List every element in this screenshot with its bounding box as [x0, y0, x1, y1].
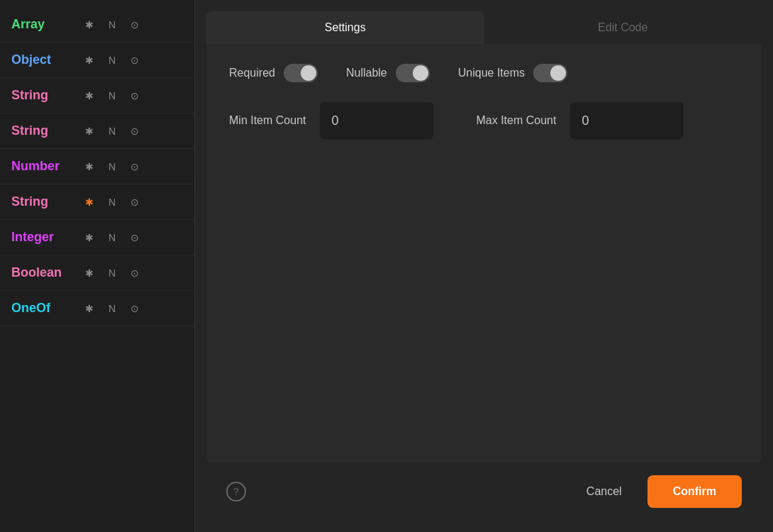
sidebar-item-object[interactable]: Object ✱ N ⊙ [0, 43, 194, 78]
asterisk-icon: ✱ [81, 161, 98, 172]
footer-buttons: Cancel Confirm [572, 475, 742, 508]
nullable-toggle-knob [413, 65, 428, 81]
tab-settings[interactable]: Settings [206, 11, 484, 44]
sidebar-item-label: OneOf [11, 301, 75, 316]
sidebar-item-label: Boolean [11, 265, 75, 280]
shield-icon: ⊙ [126, 55, 143, 66]
confirm-button[interactable]: Confirm [647, 475, 742, 508]
sidebar-item-label: String [11, 123, 75, 138]
asterisk-icon: ✱ [81, 90, 98, 101]
sidebar-item-label: Array [11, 17, 75, 32]
n-icon: N [104, 232, 121, 243]
sidebar-item-string-3[interactable]: String ✱ N ⊙ [0, 184, 194, 220]
sidebar-item-string-1[interactable]: String ✱ N ⊙ [0, 78, 194, 113]
max-count-group: Max Item Count [476, 102, 684, 139]
sidebar-item-label: Number [11, 159, 75, 174]
n-icon: N [104, 267, 121, 279]
asterisk-icon: ✱ [81, 267, 98, 279]
min-item-count-input[interactable] [320, 102, 433, 139]
shield-icon: ⊙ [126, 267, 143, 279]
shield-icon: ⊙ [126, 90, 143, 101]
sidebar-item-integer[interactable]: Integer ✱ N ⊙ [0, 220, 194, 255]
sidebar-item-oneof[interactable]: OneOf ✱ N ⊙ [0, 291, 194, 326]
shield-icon: ⊙ [126, 126, 143, 137]
required-toggle[interactable] [284, 64, 318, 82]
count-row: Min Item Count Max Item Count [229, 102, 739, 139]
n-icon: N [104, 90, 121, 101]
help-icon[interactable]: ? [226, 482, 246, 501]
sidebar-item-label: Integer [11, 230, 75, 245]
tab-edit-code[interactable]: Edit Code [484, 11, 762, 44]
n-icon: N [104, 161, 121, 172]
n-icon: N [104, 303, 121, 314]
asterisk-icon: ✱ [81, 303, 98, 314]
shield-icon: ⊙ [126, 232, 143, 243]
max-item-count-input[interactable] [570, 102, 684, 139]
unique-items-toggle-knob [550, 65, 566, 81]
sidebar: Array ✱ N ⊙ Object ✱ N ⊙ String ✱ N ⊙ St… [0, 0, 195, 532]
min-count-group: Min Item Count [229, 102, 433, 139]
required-label: Required [229, 67, 275, 79]
toggle-row: Required Nullable Unique Items [229, 64, 739, 82]
shield-icon: ⊙ [126, 19, 143, 31]
unique-items-toggle-group: Unique Items [458, 64, 567, 82]
main-panel: Settings Edit Code Required Nullable Uni… [195, 0, 773, 532]
max-item-count-label: Max Item Count [476, 113, 556, 128]
asterisk-icon: ✱ [81, 55, 98, 66]
unique-items-toggle[interactable] [533, 64, 567, 82]
asterisk-icon: ✱ [81, 126, 98, 137]
cancel-button[interactable]: Cancel [572, 477, 636, 506]
sidebar-item-boolean[interactable]: Boolean ✱ N ⊙ [0, 255, 194, 291]
shield-icon: ⊙ [126, 161, 143, 172]
nullable-label: Nullable [346, 67, 387, 79]
n-icon: N [104, 126, 121, 137]
asterisk-icon: ✱ [81, 196, 98, 208]
asterisk-icon: ✱ [81, 232, 98, 243]
content-spacer [229, 159, 739, 443]
sidebar-item-label: Object [11, 52, 75, 67]
min-item-count-label: Min Item Count [229, 113, 306, 128]
required-toggle-knob [301, 65, 316, 81]
shield-icon: ⊙ [126, 196, 143, 208]
sidebar-item-label: String [11, 88, 75, 103]
settings-content: Required Nullable Unique Items [206, 44, 762, 462]
n-icon: N [104, 19, 121, 31]
sidebar-item-number[interactable]: Number ✱ N ⊙ [0, 149, 194, 184]
nullable-toggle[interactable] [396, 64, 430, 82]
unique-items-label: Unique Items [458, 67, 525, 79]
shield-icon: ⊙ [126, 303, 143, 314]
asterisk-icon: ✱ [81, 19, 98, 31]
footer: ? Cancel Confirm [206, 462, 762, 521]
n-icon: N [104, 55, 121, 66]
required-toggle-group: Required [229, 64, 318, 82]
sidebar-item-label: String [11, 194, 75, 209]
n-icon: N [104, 196, 121, 208]
sidebar-item-string-2[interactable]: String ✱ N ⊙ [0, 113, 194, 149]
sidebar-item-array[interactable]: Array ✱ N ⊙ [0, 7, 194, 43]
nullable-toggle-group: Nullable [346, 64, 430, 82]
tab-bar: Settings Edit Code [195, 0, 773, 44]
